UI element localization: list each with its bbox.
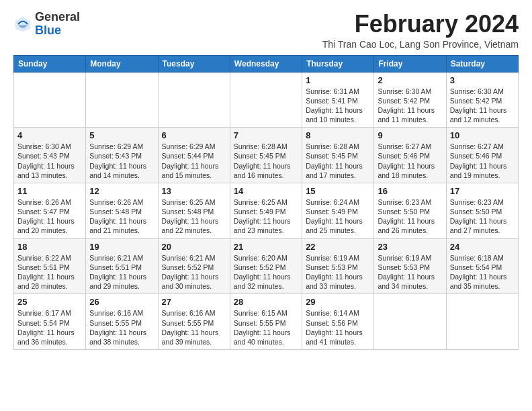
- calendar-cell: [86, 72, 158, 128]
- day-number: 5: [89, 130, 154, 140]
- calendar-cell: 14Sunrise: 6:25 AMSunset: 5:49 PMDayligh…: [230, 183, 302, 238]
- day-number: 11: [17, 186, 82, 196]
- day-number: 7: [234, 130, 298, 140]
- day-info: Sunrise: 6:24 AMSunset: 5:49 PMDaylight:…: [306, 197, 370, 236]
- day-info: Sunrise: 6:15 AMSunset: 5:55 PMDaylight:…: [234, 308, 298, 347]
- calendar-cell: [14, 72, 86, 128]
- day-info: Sunrise: 6:28 AMSunset: 5:45 PMDaylight:…: [306, 142, 370, 180]
- calendar-cell: 1Sunrise: 6:31 AMSunset: 5:41 PMDaylight…: [302, 72, 374, 128]
- calendar-cell: 17Sunrise: 6:23 AMSunset: 5:50 PMDayligh…: [446, 183, 518, 238]
- day-number: 29: [306, 297, 370, 307]
- calendar-cell: 24Sunrise: 6:18 AMSunset: 5:54 PMDayligh…: [446, 238, 518, 294]
- title-area: February 2024 Thi Tran Cao Loc, Lang Son…: [322, 11, 519, 50]
- calendar-cell: 3Sunrise: 6:30 AMSunset: 5:42 PMDaylight…: [446, 72, 518, 128]
- day-number: 20: [162, 242, 226, 252]
- calendar-cell: [446, 294, 518, 350]
- main-title: February 2024: [322, 11, 519, 38]
- calendar-cell: 5Sunrise: 6:29 AMSunset: 5:43 PMDaylight…: [86, 128, 158, 183]
- day-number: 10: [450, 130, 515, 140]
- calendar-cell: 21Sunrise: 6:20 AMSunset: 5:52 PMDayligh…: [230, 238, 302, 294]
- day-number: 14: [234, 186, 298, 196]
- calendar-cell: 22Sunrise: 6:19 AMSunset: 5:53 PMDayligh…: [302, 238, 374, 294]
- day-number: 1: [306, 75, 370, 85]
- calendar-cell: [374, 294, 446, 350]
- day-info: Sunrise: 6:30 AMSunset: 5:42 PMDaylight:…: [378, 87, 442, 125]
- weekday-header-thursday: Thursday: [302, 55, 374, 72]
- calendar-cell: 6Sunrise: 6:29 AMSunset: 5:44 PMDaylight…: [158, 128, 230, 183]
- weekday-header-saturday: Saturday: [446, 55, 518, 72]
- svg-marker-0: [15, 17, 30, 32]
- calendar-cell: 20Sunrise: 6:21 AMSunset: 5:52 PMDayligh…: [158, 238, 230, 294]
- day-info: Sunrise: 6:29 AMSunset: 5:44 PMDaylight:…: [162, 142, 226, 180]
- day-number: 6: [162, 130, 226, 140]
- calendar-cell: 18Sunrise: 6:22 AMSunset: 5:51 PMDayligh…: [14, 238, 86, 294]
- weekday-header-tuesday: Tuesday: [158, 55, 230, 72]
- day-info: Sunrise: 6:30 AMSunset: 5:43 PMDaylight:…: [17, 142, 82, 180]
- day-info: Sunrise: 6:14 AMSunset: 5:56 PMDaylight:…: [306, 308, 370, 347]
- calendar-cell: 29Sunrise: 6:14 AMSunset: 5:56 PMDayligh…: [302, 294, 374, 350]
- day-info: Sunrise: 6:25 AMSunset: 5:49 PMDaylight:…: [234, 197, 298, 236]
- day-info: Sunrise: 6:23 AMSunset: 5:50 PMDaylight:…: [450, 197, 515, 236]
- day-number: 27: [162, 297, 226, 307]
- calendar-cell: 19Sunrise: 6:21 AMSunset: 5:51 PMDayligh…: [86, 238, 158, 294]
- day-info: Sunrise: 6:27 AMSunset: 5:46 PMDaylight:…: [378, 142, 442, 180]
- calendar-cell: 7Sunrise: 6:28 AMSunset: 5:45 PMDaylight…: [230, 128, 302, 183]
- weekday-header-sunday: Sunday: [14, 55, 86, 72]
- day-info: Sunrise: 6:19 AMSunset: 5:53 PMDaylight:…: [378, 253, 442, 291]
- weekday-header-friday: Friday: [374, 55, 446, 72]
- calendar-cell: 11Sunrise: 6:26 AMSunset: 5:47 PMDayligh…: [14, 183, 86, 238]
- day-number: 26: [89, 297, 154, 307]
- day-info: Sunrise: 6:30 AMSunset: 5:42 PMDaylight:…: [450, 87, 515, 125]
- day-number: 2: [378, 75, 442, 85]
- day-number: 17: [450, 186, 515, 196]
- day-number: 3: [450, 75, 515, 85]
- calendar-cell: 2Sunrise: 6:30 AMSunset: 5:42 PMDaylight…: [374, 72, 446, 128]
- day-number: 18: [17, 242, 82, 252]
- day-number: 21: [234, 242, 298, 252]
- day-number: 25: [17, 297, 82, 307]
- header: General Blue February 2024 Thi Tran Cao …: [13, 11, 519, 50]
- calendar-cell: [230, 72, 302, 128]
- day-number: 15: [306, 186, 370, 196]
- day-number: 8: [306, 130, 370, 140]
- day-info: Sunrise: 6:16 AMSunset: 5:55 PMDaylight:…: [162, 308, 226, 347]
- day-info: Sunrise: 6:20 AMSunset: 5:52 PMDaylight:…: [234, 253, 298, 291]
- calendar-cell: 26Sunrise: 6:16 AMSunset: 5:55 PMDayligh…: [86, 294, 158, 350]
- day-info: Sunrise: 6:19 AMSunset: 5:53 PMDaylight:…: [306, 253, 370, 291]
- calendar-cell: 23Sunrise: 6:19 AMSunset: 5:53 PMDayligh…: [374, 238, 446, 294]
- day-info: Sunrise: 6:27 AMSunset: 5:46 PMDaylight:…: [450, 142, 515, 180]
- day-info: Sunrise: 6:21 AMSunset: 5:52 PMDaylight:…: [162, 253, 226, 291]
- logo-icon: [13, 15, 32, 34]
- day-number: 16: [378, 186, 442, 196]
- calendar-cell: 12Sunrise: 6:26 AMSunset: 5:48 PMDayligh…: [86, 183, 158, 238]
- day-info: Sunrise: 6:21 AMSunset: 5:51 PMDaylight:…: [89, 253, 154, 291]
- calendar-cell: 28Sunrise: 6:15 AMSunset: 5:55 PMDayligh…: [230, 294, 302, 350]
- calendar-table: SundayMondayTuesdayWednesdayThursdayFrid…: [13, 55, 519, 350]
- day-number: 13: [162, 186, 226, 196]
- calendar-cell: 4Sunrise: 6:30 AMSunset: 5:43 PMDaylight…: [14, 128, 86, 183]
- day-info: Sunrise: 6:25 AMSunset: 5:48 PMDaylight:…: [162, 197, 226, 236]
- day-info: Sunrise: 6:31 AMSunset: 5:41 PMDaylight:…: [306, 87, 370, 125]
- calendar-cell: 13Sunrise: 6:25 AMSunset: 5:48 PMDayligh…: [158, 183, 230, 238]
- day-info: Sunrise: 6:26 AMSunset: 5:47 PMDaylight:…: [17, 197, 82, 236]
- calendar-cell: 8Sunrise: 6:28 AMSunset: 5:45 PMDaylight…: [302, 128, 374, 183]
- day-number: 22: [306, 242, 370, 252]
- day-number: 12: [89, 186, 154, 196]
- calendar-cell: 27Sunrise: 6:16 AMSunset: 5:55 PMDayligh…: [158, 294, 230, 350]
- day-info: Sunrise: 6:22 AMSunset: 5:51 PMDaylight:…: [17, 253, 82, 291]
- day-info: Sunrise: 6:16 AMSunset: 5:55 PMDaylight:…: [89, 308, 154, 347]
- day-info: Sunrise: 6:29 AMSunset: 5:43 PMDaylight:…: [89, 142, 154, 180]
- calendar-cell: [158, 72, 230, 128]
- subtitle: Thi Tran Cao Loc, Lang Son Province, Vie…: [322, 39, 519, 50]
- calendar-cell: 25Sunrise: 6:17 AMSunset: 5:54 PMDayligh…: [14, 294, 86, 350]
- weekday-header-monday: Monday: [86, 55, 158, 72]
- day-number: 19: [89, 242, 154, 252]
- day-number: 24: [450, 242, 515, 252]
- calendar-cell: 9Sunrise: 6:27 AMSunset: 5:46 PMDaylight…: [374, 128, 446, 183]
- day-number: 9: [378, 130, 442, 140]
- day-info: Sunrise: 6:28 AMSunset: 5:45 PMDaylight:…: [234, 142, 298, 180]
- day-number: 23: [378, 242, 442, 252]
- day-info: Sunrise: 6:17 AMSunset: 5:54 PMDaylight:…: [17, 308, 82, 347]
- day-info: Sunrise: 6:23 AMSunset: 5:50 PMDaylight:…: [378, 197, 442, 236]
- logo-text: General Blue: [35, 11, 80, 38]
